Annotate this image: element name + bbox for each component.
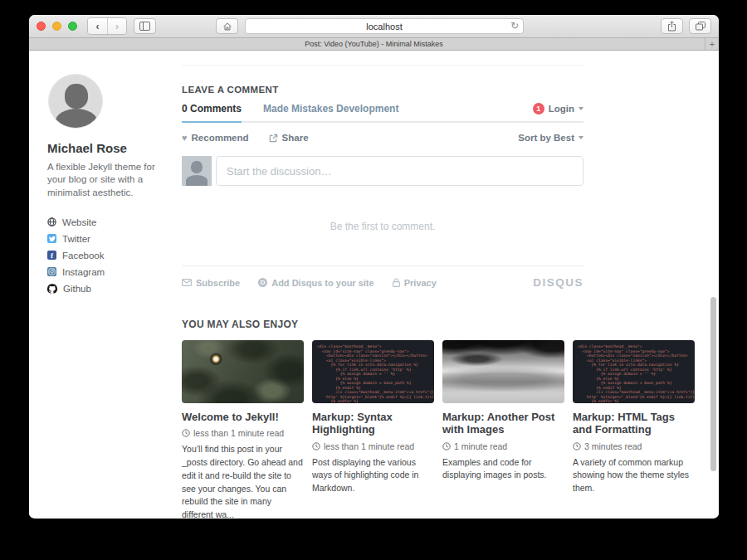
read-time: 3 minutes read <box>573 441 695 451</box>
share-button[interactable] <box>661 18 683 34</box>
author-links: Website Twitter f Facebook Instagram <box>47 214 173 297</box>
related-cards: Welcome to Jekyll! less than 1 minute re… <box>182 340 696 519</box>
teaser-image-foggy-trees[interactable] <box>442 340 564 403</box>
history-nav-group: ‹ › <box>87 17 127 35</box>
login-label: Login <box>549 104 574 114</box>
empty-state-text: Be the first to comment. <box>182 221 583 232</box>
recommend-button[interactable]: ♥ Recommend <box>182 133 249 143</box>
page-content: Michael Rose A flexible Jekyll theme for… <box>29 51 719 518</box>
github-icon <box>47 284 57 294</box>
notification-badge: 1 <box>533 103 544 114</box>
browser-toolbar: ‹ › localhost ↻ <box>29 15 719 38</box>
comment-form <box>182 156 583 186</box>
share-arrow-icon <box>269 134 278 143</box>
sidebar-toggle-button[interactable] <box>134 18 156 34</box>
window-controls <box>37 22 77 31</box>
disqus-footer-divider <box>182 265 583 266</box>
show-tabs-button[interactable] <box>689 18 711 34</box>
comments-heading: LEAVE A COMMENT <box>182 85 696 95</box>
subscribe-link[interactable]: Subscribe <box>182 278 240 288</box>
close-window-button[interactable] <box>37 22 46 31</box>
tab-comment-count[interactable]: 0 Comments <box>182 103 242 123</box>
heart-icon: ♥ <box>182 134 188 143</box>
minimize-window-button[interactable] <box>52 22 61 31</box>
tabs-overview-icon <box>696 22 706 31</box>
share-thread-button[interactable]: Share <box>269 133 309 143</box>
author-profile: Michael Rose A flexible Jekyll theme for… <box>47 74 173 297</box>
home-icon <box>222 22 232 32</box>
disqus-logo-icon: D <box>258 278 267 287</box>
globe-icon <box>47 217 56 226</box>
teaser-image-code[interactable]: <div class="masthead__menu"> <nav id="si… <box>312 340 434 403</box>
share-icon <box>667 21 676 32</box>
twitter-icon <box>47 234 56 243</box>
author-link-website[interactable]: Website <box>47 214 173 231</box>
chevron-down-icon <box>579 136 583 139</box>
lock-icon <box>393 278 400 287</box>
card-excerpt: Examples and code for displaying images … <box>442 456 564 483</box>
privacy-link[interactable]: Privacy <box>393 278 437 288</box>
related-posts-section: YOU MAY ALSO ENJOY Welcome to Jekyll! le… <box>182 319 696 519</box>
author-link-instagram[interactable]: Instagram <box>47 264 173 280</box>
clock-icon <box>442 442 451 450</box>
related-card: <div class="masthead__menu"> <nav id="si… <box>312 340 434 519</box>
add-disqus-link[interactable]: D Add Disqus to your site <box>258 278 374 288</box>
clock-icon <box>312 442 320 450</box>
back-button[interactable]: ‹ <box>88 18 107 34</box>
disqus-wordmark[interactable]: DISQUS <box>533 276 583 289</box>
reload-icon[interactable]: ↻ <box>510 20 519 32</box>
disqus-footer: Subscribe D Add Disqus to your site Priv… <box>182 276 583 289</box>
facebook-icon: f <box>47 251 56 260</box>
url-text: localhost <box>366 22 402 32</box>
clock-icon <box>182 429 190 437</box>
address-bar[interactable]: localhost ↻ <box>245 18 524 34</box>
card-excerpt: You’ll find this post in your _posts dir… <box>182 443 304 519</box>
forward-button[interactable]: › <box>107 18 126 34</box>
read-time: 1 minute read <box>442 441 564 451</box>
clock-icon <box>573 442 581 450</box>
chevron-left-icon: ‹ <box>96 22 100 32</box>
card-title-link[interactable]: Markup: HTML Tags and Formatting <box>573 411 695 436</box>
card-excerpt: A variety of common markup showing how t… <box>573 456 695 495</box>
safari-window: ‹ › localhost ↻ <box>29 15 719 519</box>
avatar <box>48 74 103 129</box>
home-button[interactable] <box>216 18 238 34</box>
tab-bar: Post: Video (YouTube) - Minimal Mistakes… <box>29 38 719 51</box>
login-control[interactable]: 1 Login <box>533 103 583 121</box>
disqus-action-row: ♥ Recommend Share Sort by Best <box>182 130 583 145</box>
teaser-image-code[interactable]: <div class="masthead__menu"> <nav id="si… <box>573 340 695 403</box>
comment-input[interactable] <box>216 156 583 186</box>
card-title-link[interactable]: Markup: Syntax Highlighting <box>312 411 434 436</box>
zoom-window-button[interactable] <box>68 22 77 31</box>
read-time: less than 1 minute read <box>312 441 434 451</box>
new-tab-button[interactable]: + <box>705 38 719 50</box>
instagram-icon <box>47 267 56 276</box>
author-name: Michael Rose <box>47 141 173 155</box>
envelope-icon <box>182 279 192 286</box>
avatar-silhouette <box>65 84 88 109</box>
sidebar-icon <box>139 22 150 31</box>
sort-selector[interactable]: Sort by Best <box>518 133 583 143</box>
author-link-github[interactable]: Github <box>47 280 173 297</box>
related-card: Markup: Another Post with Images 1 minut… <box>442 340 564 519</box>
post-bottom-divider <box>182 65 583 66</box>
commenter-avatar <box>182 156 212 186</box>
author-bio: A flexible Jekyll theme for your blog or… <box>47 161 173 199</box>
teaser-image-green-foam[interactable] <box>182 340 304 403</box>
card-title-link[interactable]: Welcome to Jekyll! <box>182 411 304 423</box>
related-card: Welcome to Jekyll! less than 1 minute re… <box>182 340 304 519</box>
author-link-facebook[interactable]: f Facebook <box>47 247 173 264</box>
disqus-embed: 0 Comments Made Mistakes Development 1 L… <box>182 103 583 289</box>
main-column: LEAVE A COMMENT 0 Comments Made Mistakes… <box>182 51 696 519</box>
read-time: less than 1 minute read <box>182 428 304 438</box>
disqus-tab-row: 0 Comments Made Mistakes Development 1 L… <box>182 103 583 123</box>
active-tab[interactable]: Post: Video (YouTube) - Minimal Mistakes <box>305 40 443 48</box>
related-heading: YOU MAY ALSO ENJOY <box>182 319 696 330</box>
related-card: <div class="masthead__menu"> <nav id="si… <box>573 340 695 519</box>
chevron-right-icon: › <box>115 22 119 32</box>
tab-community-name[interactable]: Made Mistakes Development <box>263 103 398 121</box>
card-excerpt: Post displaying the various ways of high… <box>312 456 434 495</box>
card-title-link[interactable]: Markup: Another Post with Images <box>442 411 564 436</box>
author-link-twitter[interactable]: Twitter <box>47 231 173 247</box>
vertical-scrollbar[interactable] <box>710 297 716 471</box>
